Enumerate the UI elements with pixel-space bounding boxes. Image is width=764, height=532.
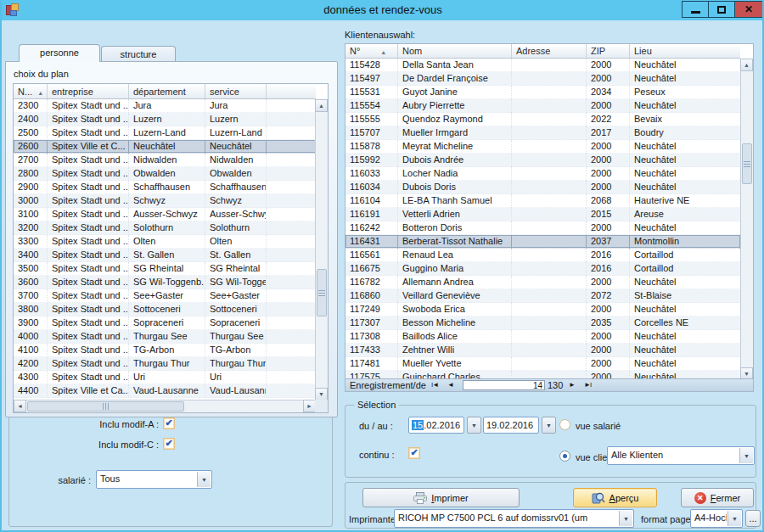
- scroll-right-icon[interactable]: ►: [303, 400, 316, 412]
- table-row[interactable]: 116561 Renaud Lea 2016 Cortaillod: [345, 249, 740, 262]
- table-row[interactable]: 115555 Quendoz Raymond 2022 Bevaix: [345, 113, 740, 126]
- table-row[interactable]: 4400 Spitex Ville et Ca... Vaud-Lausanne…: [14, 384, 316, 398]
- vue-clients-radio[interactable]: [559, 451, 570, 462]
- scroll-down-icon[interactable]: ▼: [315, 388, 328, 400]
- table-row[interactable]: 3900 Spitex Stadt und ... Sopraceneri So…: [14, 316, 316, 330]
- table-row[interactable]: 4100 Spitex Stadt und ... TG-Arbon TG-Ar…: [14, 344, 316, 357]
- minimize-button[interactable]: [682, 1, 709, 18]
- client-vscroll-thumb[interactable]: [742, 143, 752, 184]
- close-button[interactable]: [734, 1, 763, 18]
- format-page-more-button[interactable]: ...: [745, 510, 761, 527]
- table-row[interactable]: 4200 Spitex Stadt und ... Thurgau Thur T…: [14, 357, 316, 371]
- plan-hscrollbar[interactable]: ◄ ►: [14, 400, 316, 412]
- date-from-dropdown-icon[interactable]: [467, 417, 481, 434]
- plan-col-service[interactable]: service: [205, 84, 267, 98]
- nav-next-icon[interactable]: ►: [569, 381, 575, 389]
- date-to-dropdown-icon[interactable]: [542, 417, 556, 434]
- table-row[interactable]: 115428 Della Santa Jean 2000 Neuchâtel: [345, 59, 740, 72]
- table-row[interactable]: 115878 Meyrat Micheline 2000 Neuchâtel: [345, 140, 740, 154]
- table-row[interactable]: 117307 Besson Micheline 2035 Corcelles N…: [345, 316, 740, 330]
- nav-first-icon[interactable]: I◄: [431, 381, 438, 389]
- table-row[interactable]: 2600 Spitex Ville et C... Neuchâtel Neuc…: [14, 140, 316, 154]
- table-row[interactable]: 3700 Spitex Stadt und ... See+Gaster See…: [14, 289, 316, 303]
- client-col-nom[interactable]: Nom: [398, 44, 512, 58]
- plan-col-n[interactable]: N...: [14, 84, 48, 98]
- continu-checkbox[interactable]: [408, 447, 420, 459]
- table-row[interactable]: 4300 Spitex Stadt und ... Uri Uri: [14, 371, 316, 384]
- client-col-lieu[interactable]: Lieu: [630, 44, 740, 58]
- scroll-left-icon[interactable]: ◄: [14, 400, 26, 412]
- client-vscrollbar[interactable]: ▲ ▼: [740, 59, 753, 380]
- table-row[interactable]: 2300 Spitex Stadt und ... Jura Jura: [14, 99, 316, 113]
- tab-personne[interactable]: personne: [19, 44, 100, 62]
- record-position-input[interactable]: 14: [463, 380, 545, 390]
- nav-previous-icon[interactable]: ◄: [447, 381, 453, 389]
- table-row[interactable]: 2400 Spitex Stadt und ... Luzern Luzern: [14, 113, 316, 126]
- table-row[interactable]: 117249 Swoboda Erica 2000 Neuchâtel: [345, 303, 740, 316]
- cell-departement: SG Wil-Toggenb...: [129, 276, 205, 289]
- chevron-down-icon[interactable]: [739, 448, 753, 463]
- scroll-up-icon[interactable]: ▲: [315, 99, 328, 112]
- modif-c-checkbox[interactable]: [163, 438, 175, 450]
- table-row[interactable]: 3200 Spitex Stadt und ... Solothurn Solo…: [14, 221, 316, 235]
- client-col-adresse[interactable]: Adresse: [512, 44, 587, 58]
- table-row[interactable]: 3300 Spitex Stadt und ... Olten Olten: [14, 235, 316, 249]
- plan-hscroll-thumb[interactable]: [27, 401, 184, 412]
- table-row[interactable]: 116782 Allemann Andrea 2000 Neuchâtel: [345, 276, 740, 289]
- chevron-down-icon[interactable]: [619, 511, 632, 526]
- table-row[interactable]: 115707 Mueller Irmgard 2017 Boudry: [345, 126, 740, 140]
- date-to-field[interactable]: 19.02.2016: [483, 417, 539, 434]
- vue-salarie-radio[interactable]: [559, 419, 570, 430]
- cell-service: Thurgau See: [205, 330, 267, 344]
- table-row[interactable]: 116191 Vetterli Adrien 2015 Areuse: [345, 208, 740, 221]
- plan-col-entreprise[interactable]: entreprise: [48, 84, 129, 98]
- date-from-field[interactable]: 15.02.2016: [408, 417, 464, 434]
- scroll-up-icon[interactable]: ▲: [740, 59, 753, 71]
- table-row[interactable]: 4000 Spitex Stadt und ... Thurgau See Th…: [14, 330, 316, 344]
- table-row[interactable]: 117308 Baillods Alice 2000 Neuchâtel: [345, 330, 740, 344]
- table-row[interactable]: 117481 Mueller Yvette 2000 Neuchâtel: [345, 357, 740, 371]
- table-row[interactable]: 3500 Spitex Stadt und ... SG Rheintal SG…: [14, 262, 316, 276]
- chevron-down-icon[interactable]: [197, 472, 211, 487]
- table-row[interactable]: 116675 Guggino Maria 2016 Cortaillod: [345, 262, 740, 276]
- fermer-button[interactable]: Fermer: [681, 488, 754, 507]
- table-row[interactable]: 3000 Spitex Stadt und ... Schwyz Schwyz: [14, 194, 316, 208]
- table-row[interactable]: 115992 Dubois Andrée 2000 Neuchâtel: [345, 154, 740, 167]
- table-row[interactable]: 3100 Spitex Stadt und ... Ausser-Schwyz …: [14, 208, 316, 221]
- plan-col-departement[interactable]: département: [129, 84, 205, 98]
- table-row[interactable]: 2700 Spitex Stadt und ... Nidwalden Nidw…: [14, 154, 316, 167]
- table-row[interactable]: 2800 Spitex Stadt und ... Obwalden Obwal…: [14, 167, 316, 181]
- table-row[interactable]: 2900 Spitex Stadt und ... Schaffhausen S…: [14, 181, 316, 194]
- client-col-zip[interactable]: ZIP: [587, 44, 630, 58]
- tab-structure[interactable]: structure: [101, 46, 176, 62]
- table-row[interactable]: 116034 Dubois Doris 2000 Neuchâtel: [345, 181, 740, 194]
- table-row[interactable]: 115554 Aubry Pierrette 2000 Neuchâtel: [345, 99, 740, 113]
- table-row[interactable]: 116860 Veillard Geneviève 2072 St-Blaise: [345, 289, 740, 303]
- table-row[interactable]: 116104 LE-BA Thanh Samuel 2068 Hauterive…: [345, 194, 740, 208]
- client-col-n[interactable]: N°: [345, 44, 398, 58]
- cell-adresse: [512, 316, 587, 330]
- table-row[interactable]: 115531 Guyot Janine 2034 Peseux: [345, 86, 740, 99]
- maximize-button[interactable]: [708, 1, 735, 18]
- table-row[interactable]: 2500 Spitex Stadt und ... Luzern-Land Lu…: [14, 126, 316, 140]
- format-page-combobox[interactable]: A4-Hoch: [690, 509, 743, 528]
- table-row[interactable]: 117433 Zehtner Willi 2000 Neuchâtel: [345, 344, 740, 357]
- cell-lieu: Cortaillod: [630, 262, 740, 276]
- plan-vscrollbar[interactable]: ▲ ▼: [315, 99, 328, 400]
- modif-a-checkbox[interactable]: [163, 417, 175, 429]
- table-row[interactable]: 3400 Spitex Stadt und ... St. Gallen St.…: [14, 249, 316, 262]
- nav-last-icon[interactable]: ►I: [584, 381, 591, 389]
- apercu-button[interactable]: Aperçu: [573, 488, 657, 507]
- table-row[interactable]: 116431 Berberat-Tissot Nathalie 2037 Mon…: [345, 235, 740, 249]
- imprimante-combobox[interactable]: RICOH MP C7500 PCL 6 auf domissrv01 (um: [394, 509, 634, 528]
- table-row[interactable]: 116033 Locher Nadia 2000 Neuchâtel: [345, 167, 740, 181]
- plan-vscroll-thumb[interactable]: [317, 269, 327, 316]
- table-row[interactable]: 3800 Spitex Stadt und ... Sottoceneri So…: [14, 303, 316, 316]
- chevron-down-icon[interactable]: [727, 511, 741, 526]
- table-row[interactable]: 3600 Spitex Stadt und ... SG Wil-Toggenb…: [14, 276, 316, 289]
- clients-filter-combobox[interactable]: Alle Klienten: [607, 446, 755, 465]
- salarie-combobox[interactable]: Tous: [96, 470, 212, 489]
- table-row[interactable]: 116242 Botteron Doris 2000 Neuchâtel: [345, 221, 740, 235]
- imprimer-button[interactable]: Imprimer: [362, 488, 520, 507]
- table-row[interactable]: 115497 De Dardel Françoise 2000 Neuchâte…: [345, 72, 740, 86]
